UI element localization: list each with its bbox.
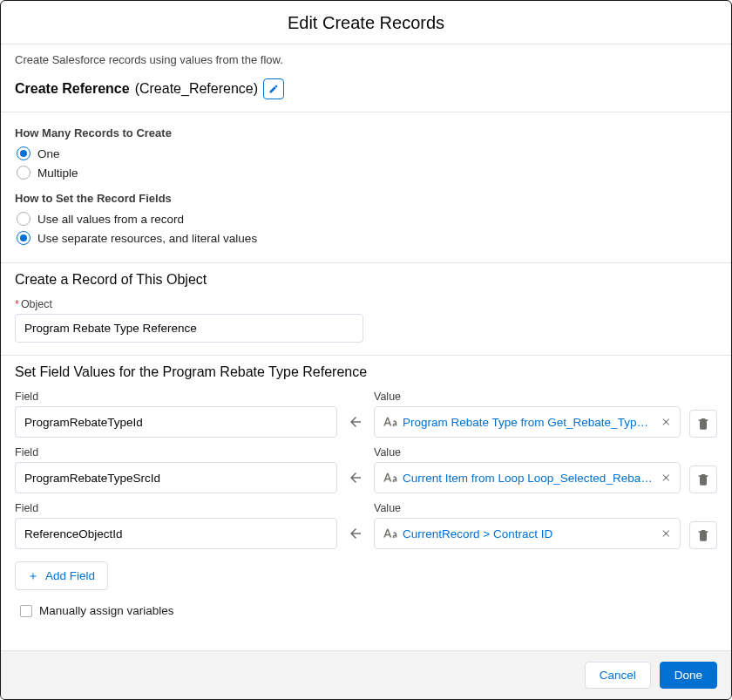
field-row: Field ProgramRebateTypeSrcId Value Curre… <box>15 446 717 493</box>
value-resource-name: CurrentRecord > Contract ID <box>403 527 654 540</box>
object-section: Create a Record of This Object *Object P… <box>1 263 731 356</box>
trash-icon <box>696 417 710 431</box>
radio-icon <box>17 146 30 160</box>
add-field-label: Add Field <box>45 569 95 582</box>
field-label: Field <box>15 502 337 514</box>
clear-value-button[interactable] <box>659 470 674 486</box>
delete-row-button[interactable] <box>689 466 717 493</box>
value-label: Value <box>374 446 681 459</box>
field-values-heading: Set Field Values for the Program Rebate … <box>15 364 717 380</box>
arrow-left-icon <box>348 414 363 430</box>
how-many-heading: How Many Records to Create <box>15 126 717 139</box>
element-label: Create Reference <box>15 81 130 97</box>
arrow-left-icon <box>348 526 363 541</box>
field-values-section: Set Field Values for the Program Rebate … <box>1 356 731 635</box>
intro-section: Create Salesforce records using values f… <box>1 44 731 112</box>
formula-icon <box>382 470 397 486</box>
field-label: Field <box>15 391 337 403</box>
object-input[interactable]: Program Rebate Type Reference <box>15 314 363 343</box>
radio-icon <box>17 212 30 226</box>
radio-label: Multiple <box>37 167 78 180</box>
element-name-row: Create Reference (Create_Reference) <box>15 78 717 99</box>
field-input[interactable]: ReferenceObjectId <box>15 518 337 549</box>
radio-label: Use all values from a record <box>37 213 184 226</box>
radio-use-separate-resources[interactable]: Use separate resources, and literal valu… <box>15 231 717 245</box>
how-set-heading: How to Set the Record Fields <box>15 192 717 205</box>
formula-icon <box>382 526 397 541</box>
value-label: Value <box>374 391 681 403</box>
dialog-title: Edit Create Records <box>1 1 731 44</box>
radio-label: Use separate resources, and literal valu… <box>37 232 257 245</box>
trash-icon <box>696 528 710 542</box>
radio-multiple[interactable]: Multiple <box>15 166 717 180</box>
radio-one[interactable]: One <box>15 146 717 160</box>
manual-assign-checkbox[interactable]: Manually assign variables <box>15 604 717 617</box>
pencil-icon <box>268 84 279 94</box>
radio-icon <box>17 166 30 180</box>
field-input[interactable]: ProgramRebateTypeId <box>15 406 337 438</box>
how-many-group: How Many Records to Create One Multiple <box>15 126 717 180</box>
value-resource-name: Program Rebate Type from Get_Rebate_Type… <box>403 416 654 429</box>
element-api-name: (Create_Reference) <box>135 81 258 97</box>
how-set-group: How to Set the Record Fields Use all val… <box>15 192 717 245</box>
intro-description: Create Salesforce records using values f… <box>15 53 717 66</box>
manual-assign-label: Manually assign variables <box>39 604 174 617</box>
checkbox-icon <box>20 605 32 617</box>
dialog-edit-create-records: Edit Create Records Create Salesforce re… <box>0 0 732 700</box>
cancel-button[interactable]: Cancel <box>585 662 651 689</box>
value-input[interactable]: Current Item from Loop Loop_Selected_Reb… <box>374 462 681 493</box>
radio-section: How Many Records to Create One Multiple … <box>1 112 731 263</box>
field-row: Field ProgramRebateTypeId Value Program … <box>15 391 717 438</box>
add-field-button[interactable]: Add Field <box>15 561 108 590</box>
delete-row-button[interactable] <box>689 521 717 549</box>
field-label: Field <box>15 446 337 459</box>
field-input[interactable]: ProgramRebateTypeSrcId <box>15 462 337 493</box>
arrow-left-icon <box>348 470 363 486</box>
value-input[interactable]: CurrentRecord > Contract ID <box>374 518 681 549</box>
field-row: Field ReferenceObjectId Value CurrentRec… <box>15 502 717 549</box>
dialog-footer: Cancel Done <box>1 650 731 699</box>
formula-icon <box>382 414 397 430</box>
object-label: *Object <box>15 298 717 310</box>
clear-value-button[interactable] <box>659 414 674 430</box>
done-button[interactable]: Done <box>660 662 717 689</box>
delete-row-button[interactable] <box>689 410 717 438</box>
value-resource-name: Current Item from Loop Loop_Selected_Reb… <box>403 472 654 485</box>
radio-label: One <box>37 147 60 160</box>
trash-icon <box>696 472 710 486</box>
value-input[interactable]: Program Rebate Type from Get_Rebate_Type… <box>374 406 681 438</box>
radio-icon <box>17 231 30 245</box>
clear-value-button[interactable] <box>659 526 674 541</box>
dialog-body: Create Salesforce records using values f… <box>1 44 731 650</box>
value-label: Value <box>374 502 681 514</box>
radio-use-all-values[interactable]: Use all values from a record <box>15 212 717 226</box>
plus-icon <box>28 571 38 581</box>
edit-name-button[interactable] <box>263 78 284 99</box>
object-section-heading: Create a Record of This Object <box>15 272 717 288</box>
